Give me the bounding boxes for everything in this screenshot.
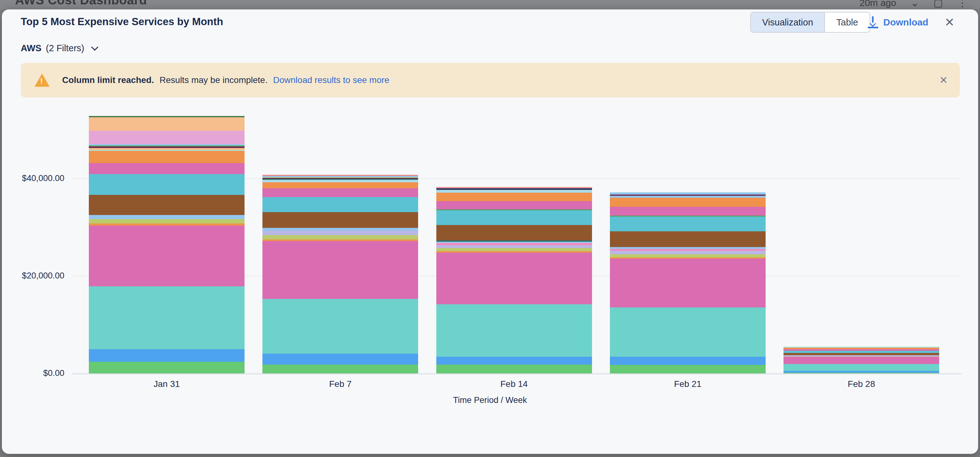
bar-segment[interactable] [436,245,592,248]
bar-segment[interactable] [610,249,765,251]
bar-segment[interactable] [89,147,245,148]
bar-segment[interactable] [783,357,939,364]
bar-segment[interactable] [436,357,592,365]
bar-segment[interactable] [436,190,592,193]
background-page-dimmed: AWS Cost Dashboard 20m ago ⌄ ▢ ⋮ [0,0,980,10]
bar-segment[interactable] [610,357,765,365]
bar-segment[interactable] [89,131,245,144]
bar-segment[interactable] [262,177,418,178]
bar-segment[interactable] [89,163,245,174]
bar-segment[interactable] [89,144,245,145]
bar-segment[interactable] [89,286,245,349]
bar-segment[interactable] [262,299,418,353]
bar-segment[interactable] [89,362,245,373]
stacked-bar[interactable] [89,116,245,373]
bar-segment[interactable] [89,117,245,131]
stacked-bar[interactable] [610,192,765,373]
bar-segment[interactable] [89,145,245,147]
bar-segment[interactable] [89,151,245,163]
bar-segment[interactable] [610,247,765,249]
x-axis-tick-label: Feb 28 [783,379,939,389]
bar-segment[interactable] [610,207,765,216]
bar-segment[interactable] [610,365,765,373]
bar-segment[interactable] [783,371,939,372]
bar-segment[interactable] [262,176,418,177]
bar-segment[interactable] [89,226,245,287]
background-updated-label: 20m ago [859,0,896,8]
bar-segment[interactable] [262,231,418,235]
bar-segment[interactable] [262,182,418,188]
bar-segment[interactable] [262,228,418,231]
bar-segment[interactable] [262,353,418,364]
bar-segment[interactable] [262,175,418,176]
bar-segment[interactable] [262,197,418,212]
bar-segment[interactable] [262,180,418,182]
x-axis-title: Time Period / Week [2,395,978,405]
stacked-bar[interactable] [783,347,939,373]
bar-segment[interactable] [436,201,592,209]
y-axis-tick-label: $0.00 [2,368,64,378]
bar-segment[interactable] [436,251,592,253]
bar-segment[interactable] [783,348,939,349]
bar-segment[interactable] [89,148,245,150]
bar-segment[interactable] [436,209,592,210]
bar-segment[interactable] [783,351,939,353]
bar-segment[interactable] [783,364,939,371]
bar-segment[interactable] [610,196,765,198]
bar-segment[interactable] [436,187,592,188]
stacked-bar[interactable] [262,175,418,373]
bar-segment[interactable] [436,193,592,201]
bar-segment[interactable] [436,188,592,190]
bar-segment[interactable] [783,355,939,356]
x-axis-tick-label: Feb 7 [262,379,418,389]
bar-segment[interactable] [783,373,939,373]
bar-segment[interactable] [610,192,765,195]
x-axis-tick-label: Jan 31 [89,379,245,389]
bar-segment[interactable] [436,240,592,241]
bar-segment[interactable] [436,210,592,225]
bar-segment[interactable] [783,353,939,355]
bar-segment[interactable] [436,242,592,243]
bar-segment[interactable] [436,225,592,241]
bar-segment[interactable] [436,304,592,357]
bar-segment[interactable] [89,195,245,215]
bar-segment[interactable] [89,349,245,362]
bar-segment[interactable] [262,178,418,179]
bar-segment[interactable] [89,174,245,195]
bar-segment[interactable] [89,150,245,151]
bar-segment[interactable] [436,253,592,304]
stacked-bar[interactable] [436,187,592,373]
bar-segment[interactable] [783,347,939,348]
report-modal: Top 5 Most Expensive Services by Month V… [2,10,978,454]
bar-segment[interactable] [262,364,418,373]
bar-segment[interactable] [783,349,939,351]
y-axis-tick-label: $20,000.00 [2,271,64,281]
bar-segment[interactable] [610,231,765,247]
bar-segment[interactable] [262,212,418,228]
bar-segment[interactable] [610,257,765,259]
bar-segment[interactable] [610,198,765,207]
bar-segment[interactable] [610,216,765,217]
bar-segment[interactable] [610,307,765,357]
bar-segment[interactable] [89,215,245,219]
bar-segment[interactable] [436,248,592,251]
bar-segment[interactable] [262,188,418,197]
bar-segment[interactable] [262,179,418,180]
bar-segment[interactable] [262,241,418,299]
x-axis-tick-label: Feb 14 [436,379,592,389]
bar-segment[interactable] [436,364,592,373]
bar-segment[interactable] [89,224,245,226]
bar-segment[interactable] [610,195,765,195]
bar-segment[interactable] [436,243,592,245]
bar-segment[interactable] [610,254,765,257]
y-axis-tick-label: $40,000.00 [2,174,64,183]
bar-segment[interactable] [610,217,765,232]
bar-segment[interactable] [89,219,245,224]
bar-segment[interactable] [783,356,939,357]
bar-segment[interactable] [89,116,245,117]
bar-segment[interactable] [610,259,765,307]
bar-segment[interactable] [262,235,418,240]
chevron-down-icon: ⌄ [911,0,919,9]
bar-segment[interactable] [262,240,418,241]
bar-segment[interactable] [610,251,765,254]
